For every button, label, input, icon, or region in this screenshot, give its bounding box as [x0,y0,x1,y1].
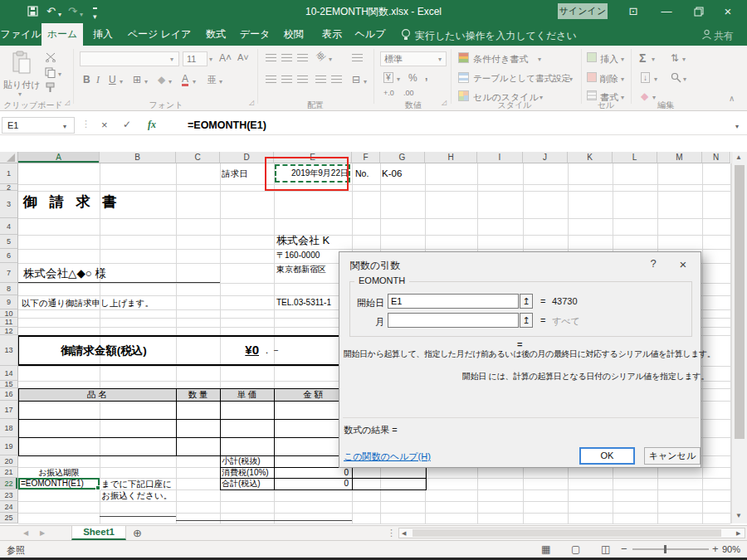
scroll-right-icon[interactable]: ▶ [736,530,740,537]
cell-D21-tax[interactable]: 消費税(10%) [222,467,273,478]
borders-dropdown-icon[interactable]: ▾ [144,78,148,85]
underline-dropdown-icon[interactable]: ▾ [120,78,123,85]
number-format-dropdown-icon[interactable]: ▾ [438,56,442,63]
paste-button[interactable]: 貼り付け [3,79,40,91]
orientation-dropdown-icon[interactable]: ▾ [329,56,332,63]
font-name-combobox[interactable] [80,51,179,66]
row-header-25[interactable]: 25 [0,513,18,523]
sort-filter-dropdown-icon[interactable]: ▾ [682,56,686,63]
tab-page-layout[interactable]: ページ レイアウト [123,23,196,46]
tab-help[interactable]: ヘルプ [350,23,390,46]
zoom-slider-track[interactable] [632,548,709,550]
find-dropdown-icon[interactable]: ▾ [683,75,686,83]
row-header-8[interactable]: 8 [0,283,18,295]
horizontal-scrollbar[interactable]: ◀ ▶ [398,528,745,538]
row-header-6[interactable]: 6 [0,249,18,263]
cell-B23-note2[interactable]: お振込ください。 [101,489,176,501]
share-button[interactable]: 共有 [714,29,734,43]
view-page-layout-icon[interactable]: ▢ [571,543,580,555]
row-header-22[interactable]: 22 [0,478,18,489]
signin-button[interactable]: サインイン [558,3,608,19]
format-table-dropdown-icon[interactable]: ▾ [569,75,573,83]
clipboard-dialog-launcher[interactable]: ◿ [65,99,70,106]
borders-button[interactable]: ⊞ [133,74,141,85]
insert-dropdown-icon[interactable]: ▾ [621,56,624,63]
row-header-2[interactable]: 2 [0,184,18,191]
cell-E9-tel[interactable]: TEL.03-5311-1 [276,298,331,307]
zoom-slider-thumb[interactable] [664,545,666,553]
row-header-11[interactable]: 11 [0,318,18,327]
tab-file[interactable]: ファイル [0,23,42,46]
merge-center-button[interactable]: ⊟ [352,74,360,85]
fill-handle[interactable] [95,485,100,490]
bold-button[interactable]: B [83,74,90,85]
cancel-entry-icon[interactable]: × [101,119,108,131]
scroll-up-icon[interactable]: ▲ [735,153,742,161]
row-header-5[interactable]: 5 [0,235,18,249]
cell-E21-tax-value[interactable]: 0 [274,467,349,478]
view-page-break-icon[interactable]: ◫ [601,543,610,555]
tab-formulas[interactable]: 数式 [196,23,236,46]
row-header-15[interactable]: 15 [0,381,18,388]
row-header-4[interactable]: 4 [0,218,18,235]
col-header-L[interactable]: L [613,152,657,163]
arg2-input[interactable] [388,313,519,328]
number-dialog-launcher[interactable]: ◿ [442,99,447,106]
wrap-text-icon[interactable] [352,54,363,61]
arg1-collapse-button[interactable]: ↥ [520,294,533,309]
delete-cells-button[interactable]: 削除 [600,73,618,85]
expand-formula-bar-icon[interactable]: ▾ [735,123,739,130]
fill-color-button[interactable]: ◆ [158,74,165,85]
currency-button[interactable]: ¥ [383,72,393,83]
row-header-17[interactable]: 17 [0,401,18,419]
add-sheet-icon[interactable]: ⊕ [133,527,142,539]
insert-function-icon[interactable]: fx [148,119,156,131]
col-header-A[interactable]: A [18,152,100,163]
fill-color-dropdown-icon[interactable]: ▾ [168,78,172,85]
increase-indent-icon[interactable] [331,75,342,83]
minimize-button[interactable]: ― [657,3,676,20]
close-button[interactable]: × [719,3,737,20]
font-color-dropdown-icon[interactable]: ▾ [193,78,196,85]
name-box-dropdown-icon[interactable]: ▾ [63,123,66,130]
autosum-button[interactable]: Σ [639,51,646,65]
row-header-9[interactable]: 9 [0,295,18,309]
decrease-indent-icon[interactable] [315,75,326,83]
ok-button[interactable]: OK [579,447,635,465]
number-format-combobox[interactable]: 標準 [380,51,447,66]
row-header-18[interactable]: 18 [0,419,18,437]
cell-B22-note1[interactable]: までに下記口座に [101,478,176,489]
row-header-10[interactable]: 10 [0,309,18,318]
currency-dropdown-icon[interactable]: ▾ [397,75,400,83]
decrease-decimal-button[interactable]: .00 [403,89,414,97]
zoom-level[interactable]: 90% [722,544,740,554]
conditional-format-dropdown-icon[interactable]: ▾ [538,56,541,63]
vertical-scrollbar[interactable]: ▲ ▼ [731,152,747,523]
tell-me-search[interactable]: 実行したい操作を入力してください [415,29,577,43]
align-bottom-icon[interactable] [297,54,308,61]
cell-F1[interactable]: No. [355,163,380,184]
align-top-icon[interactable] [266,54,276,61]
fill-dropdown-icon[interactable]: ▾ [654,75,657,83]
orientation-button[interactable]: 亜 [315,49,329,63]
sort-filter-button[interactable]: ⇅ [671,52,679,64]
cell-A13-total-label[interactable]: 御請求金額(税込) [25,335,183,366]
dialog-help-icon[interactable]: ? [645,257,662,270]
align-left-icon[interactable] [266,75,276,83]
col-header-N[interactable]: N [702,152,730,163]
col-header-I[interactable]: I [477,152,523,163]
sheet-next-icon[interactable]: ▶ [40,529,45,537]
font-name-dropdown-icon[interactable]: ▾ [170,56,173,63]
cancel-button[interactable]: キャンセル [644,447,701,465]
comma-style-button[interactable]: , [425,71,427,82]
active-cell-A22[interactable]: =EOMONTH(E1) [18,478,100,489]
select-all-button[interactable] [0,152,18,163]
fill-button[interactable]: ↓ [641,72,650,83]
phonetic-guide-button[interactable]: 亜 [208,74,217,86]
autosum-dropdown-icon[interactable]: ▾ [652,56,655,63]
sheet-prev-icon[interactable]: ◀ [23,529,28,537]
grow-font-button[interactable]: A˄ [219,52,232,64]
tab-home[interactable]: ホーム [42,23,83,46]
italic-button[interactable]: I [96,74,100,86]
col-header-K[interactable]: K [568,152,613,163]
